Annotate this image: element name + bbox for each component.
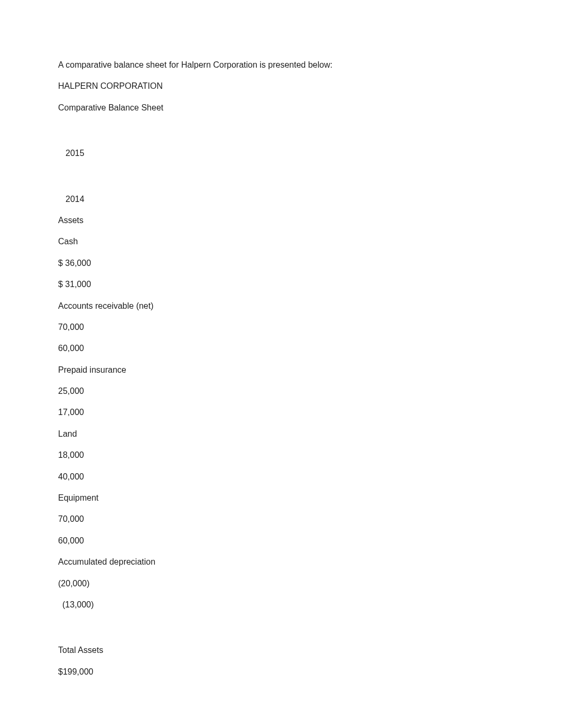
ar-2015: 70,000 [58,321,503,333]
land-2015: 18,000 [58,449,503,461]
company-name: HALPERN CORPORATION [58,80,503,92]
prepaid-2015: 25,000 [58,385,503,397]
statement-title: Comparative Balance Sheet [58,102,503,114]
cash-label: Cash [58,236,503,247]
cash-2015: $ 36,000 [58,257,503,269]
equipment-label: Equipment [58,492,503,504]
ar-2014: 60,000 [58,343,503,354]
assets-header: Assets [58,215,503,226]
spacer [58,169,503,193]
total-assets-2015: $199,000 [58,666,503,678]
spacer [58,123,503,148]
land-2014: 40,000 [58,471,503,483]
intro-text: A comparative balance sheet for Halpern … [58,59,503,71]
cash-2014: $ 31,000 [58,279,503,290]
total-assets-label: Total Assets [58,644,503,656]
spacer [58,620,503,644]
prepaid-2014: 17,000 [58,407,503,418]
accdep-2014: (13,000) [58,599,503,611]
year-2014: 2014 [58,193,503,205]
prepaid-label: Prepaid insurance [58,364,503,376]
year-2015: 2015 [58,148,503,159]
ar-label: Accounts receivable (net) [58,300,503,312]
land-label: Land [58,428,503,440]
document-page: A comparative balance sheet for Halpern … [0,0,561,678]
accdep-2015: (20,000) [58,578,503,589]
equipment-2014: 60,000 [58,535,503,547]
accdep-label: Accumulated depreciation [58,556,503,568]
equipment-2015: 70,000 [58,513,503,525]
